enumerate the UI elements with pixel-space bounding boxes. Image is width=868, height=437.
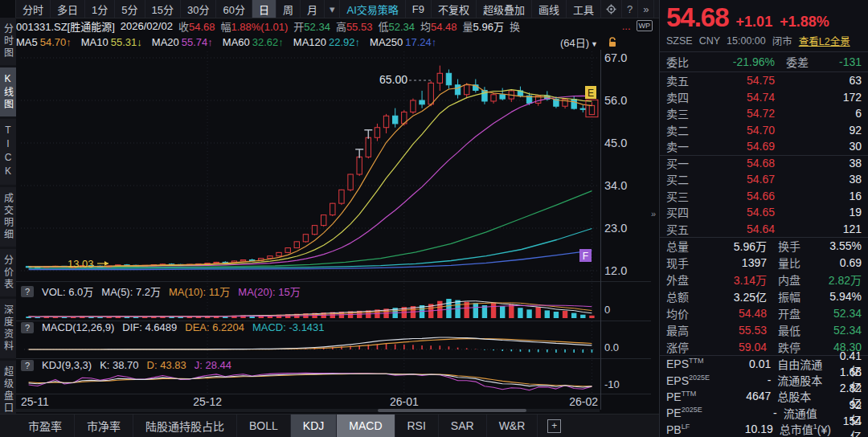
ma-label: MA20	[152, 36, 179, 48]
toolbar-action-0[interactable]: F9	[406, 0, 432, 18]
info-field-label: 换	[510, 21, 520, 33]
fundamental-label: 总股本	[777, 388, 839, 404]
fundamental-label: PE2025E	[666, 406, 724, 419]
toolbar-action-4[interactable]: 工具	[567, 0, 601, 18]
ask-row[interactable]: 卖一54.6930	[660, 138, 868, 155]
lock-icon[interactable]	[608, 37, 617, 47]
ask-qty: 172	[775, 91, 862, 104]
kdj-help-icon[interactable]: ?	[21, 360, 34, 371]
period-button-分时[interactable]: 分时	[16, 0, 51, 18]
sidebar-item-深度资料[interactable]: 深度资料	[0, 299, 16, 358]
svg-text:0.0: 0.0	[604, 341, 619, 353]
period-dropdown-icon[interactable]: ▾	[325, 0, 341, 18]
bid-row[interactable]: 买一54.6838	[660, 155, 868, 172]
sidebar-item-分时图[interactable]: 分时图	[0, 18, 16, 65]
exchange-label: SZSE	[666, 35, 693, 47]
ask-row[interactable]: 卖五54.7563	[660, 72, 868, 89]
sidebar-item-K线图[interactable]: K线图	[0, 67, 16, 116]
tab-BOLL[interactable]: BOLL	[237, 415, 291, 437]
sidebar-item-分价表[interactable]: 分价表	[0, 249, 16, 296]
tab-MACD[interactable]: MACD	[337, 415, 395, 437]
window-menu-button[interactable]	[0, 0, 16, 18]
stat-row: 外盘3.14万内盘2.82万	[660, 271, 868, 288]
toolbar-more-icon[interactable]: »	[638, 0, 654, 18]
period-button-1分[interactable]: 1分	[85, 0, 115, 18]
ask-row[interactable]: 卖三54.726	[660, 105, 868, 122]
stat-value: 1397	[698, 256, 767, 269]
scrollbar-thumb[interactable]	[378, 409, 526, 412]
ma-label: MA5	[16, 36, 38, 48]
period-button-5分[interactable]: 5分	[115, 0, 145, 18]
price-change: +1.01	[736, 14, 773, 31]
info-field-换: 换	[510, 18, 520, 34]
period-button-周[interactable]: 周	[276, 0, 301, 18]
bid-row[interactable]: 买二54.6738	[660, 171, 868, 188]
chart-scrollbar[interactable]	[16, 409, 600, 412]
svg-text:0: 0	[604, 304, 610, 316]
bid-row[interactable]: 买五54.64121	[660, 221, 868, 238]
period-button-月[interactable]: 月	[301, 0, 325, 18]
svg-text:67.0: 67.0	[604, 51, 627, 64]
toolbar-action-2[interactable]: 超级叠加	[477, 0, 532, 18]
quote-header: 54.68 +1.01 +1.88%	[660, 0, 868, 33]
fundamental-row: PBLF10.19总市值1(¥)154亿	[660, 421, 868, 437]
ma-value: 32.62↑	[252, 36, 284, 48]
panel-collapse-strip[interactable]: »	[651, 50, 659, 413]
bid-row[interactable]: 买三54.6616	[660, 188, 868, 205]
period-count-label[interactable]: (64日)▼	[560, 35, 598, 50]
macd-help-icon[interactable]: ?	[21, 322, 34, 333]
bid-row[interactable]: 买四54.6519	[660, 204, 868, 221]
svg-text:12.0: 12.0	[604, 264, 627, 277]
vol-help-icon[interactable]: ?	[21, 286, 34, 297]
info-field-value: 52.34	[388, 21, 415, 33]
period-button-多日[interactable]: 多日	[51, 0, 85, 18]
add-indicator-button[interactable]: +	[547, 419, 561, 433]
tab-市盈率[interactable]: 市盈率	[16, 415, 75, 437]
ask-row[interactable]: 卖四54.74172	[660, 89, 868, 106]
ai-strategy-button[interactable]: AI交易策略	[340, 0, 405, 18]
sidebar-item-超级盘口[interactable]: 超级盘口	[0, 361, 16, 420]
tab-陆股通持股占比[interactable]: 陆股通持股占比	[133, 415, 237, 437]
period-button-15分[interactable]: 15分	[145, 0, 181, 18]
svg-text:34.0: 34.0	[604, 179, 627, 192]
help-icon[interactable]: ?	[622, 0, 638, 18]
price-change-pct: +1.88%	[780, 14, 829, 31]
tab-SAR[interactable]: SAR	[439, 415, 487, 437]
toolbar-action-1[interactable]: 不复权	[432, 0, 477, 18]
toolbar-action-3[interactable]: 画线	[532, 0, 567, 18]
stat-label: 总额	[666, 288, 698, 304]
info-field-label: 收	[178, 21, 189, 33]
ma-label: MA120	[293, 36, 326, 48]
gear-icon[interactable]	[601, 0, 622, 18]
ma-item-MA20: MA2055.74↑	[152, 36, 213, 48]
tab-KDJ[interactable]: KDJ	[291, 415, 337, 437]
stat-label: 内盘	[778, 272, 815, 288]
stat-row: 最高55.53最低52.34	[660, 321, 868, 338]
period-button-日[interactable]: 日	[252, 0, 276, 18]
ask-row[interactable]: 卖二54.7092	[660, 122, 868, 139]
tab-W&R[interactable]: W&R	[487, 415, 538, 437]
l2-link[interactable]: 查看L2全景	[799, 33, 850, 48]
more-link[interactable]: ...	[622, 20, 631, 32]
fundamental-label: EPSTTM	[666, 357, 721, 370]
chevron-down-icon[interactable]: ▼	[591, 40, 598, 48]
period-button-30分[interactable]: 30分	[181, 0, 216, 18]
ma-value: 55.74↑	[182, 36, 213, 48]
collapse-icon[interactable]: »	[651, 209, 656, 218]
ask-label: 卖二	[666, 122, 698, 138]
svg-text:56.0: 56.0	[604, 94, 627, 107]
period-count-text: (64日)	[560, 37, 589, 49]
period-button-60分[interactable]: 60分	[216, 0, 252, 18]
stat-value: 5.94%	[815, 290, 862, 303]
ask-levels: 卖五54.7563卖四54.74172卖三54.726卖二54.7092卖一54…	[660, 72, 868, 155]
tab-市净率[interactable]: 市净率	[75, 415, 133, 437]
ask-price: 54.74	[698, 91, 775, 104]
sidebar-item-TICK[interactable]: TICK	[0, 119, 16, 185]
stat-value: 59.04	[698, 341, 767, 353]
wp-badge[interactable]: WP	[637, 20, 653, 31]
tab-RSI[interactable]: RSI	[395, 415, 439, 437]
sidebar-item-成交明细[interactable]: 成交明细	[0, 187, 16, 247]
info-field-value: 5.96万	[473, 21, 504, 33]
info-field-value: 1.88%(1.01)	[231, 21, 288, 33]
fundamental-value: -	[721, 374, 771, 386]
